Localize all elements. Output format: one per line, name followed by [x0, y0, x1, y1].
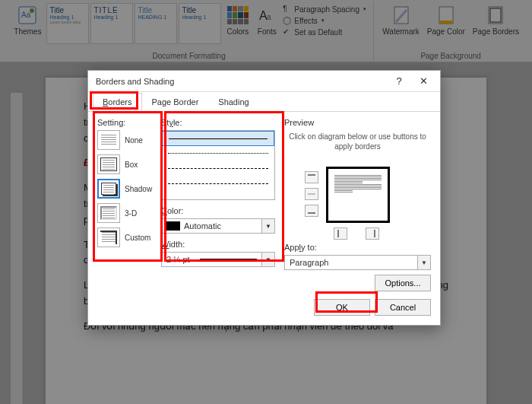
chevron-down-icon[interactable]: ▼ — [261, 253, 274, 266]
setting-none[interactable]: None — [97, 130, 157, 150]
preview-diagram — [297, 156, 419, 238]
border-hmid-button[interactable] — [305, 188, 318, 200]
help-button[interactable]: ? — [387, 72, 411, 91]
cancel-button[interactable]: Cancel — [375, 299, 431, 316]
style-option[interactable] — [162, 131, 274, 146]
preview-column: Preview Click on diagram below or use bu… — [280, 118, 431, 291]
setting-none-label: None — [125, 136, 143, 145]
setting-column: Setting: None Box Shadow 3-D — [97, 118, 157, 291]
border-bottom-button[interactable] — [305, 205, 318, 217]
width-label: Width: — [161, 240, 275, 249]
setting-shadow-icon — [97, 179, 120, 199]
style-listbox[interactable] — [161, 130, 275, 200]
tab-shading[interactable]: Shading — [208, 93, 258, 112]
border-left-button[interactable] — [334, 227, 347, 240]
color-combo[interactable]: Automatic ▼ — [161, 218, 275, 234]
width-combo[interactable]: 2 ¼ pt ▼ — [161, 252, 275, 267]
style-option[interactable] — [162, 146, 274, 161]
ok-button[interactable]: OK — [314, 299, 370, 316]
apply-to-label: Apply to: — [284, 243, 431, 252]
color-label: Color: — [161, 206, 275, 215]
setting-shadow-label: Shadow — [125, 185, 152, 193]
style-option[interactable] — [162, 161, 274, 177]
preview-sample[interactable] — [326, 167, 390, 223]
preview-label: Preview — [284, 118, 431, 127]
setting-box-icon — [97, 154, 120, 174]
tab-borders-rest: orders — [108, 97, 131, 107]
border-top-button[interactable] — [305, 171, 318, 183]
style-label: Style: — [161, 118, 275, 127]
borders-shading-dialog: Borders and Shading ? ✕ Borders Page Bor… — [87, 70, 441, 326]
apply-to-combo[interactable]: Paragraph ▼ — [284, 255, 431, 270]
dialog-footer: OK Cancel — [88, 294, 440, 325]
close-button[interactable]: ✕ — [411, 72, 435, 91]
tab-borders[interactable]: Borders — [93, 93, 142, 112]
dialog-tabs: Borders Page Border Shading — [88, 92, 440, 112]
setting-none-icon — [97, 130, 120, 150]
dialog-titlebar[interactable]: Borders and Shading ? ✕ — [88, 71, 440, 92]
setting-custom-label: Custom — [125, 234, 150, 242]
style-column: Style: Color: Automatic ▼ Width: 2 ¼ pt … — [161, 118, 275, 291]
preview-hint: Click on diagram below or use buttons to… — [284, 132, 431, 151]
setting-box[interactable]: Box — [97, 154, 157, 174]
dialog-title: Borders and Shading — [96, 77, 387, 86]
width-sample-line — [200, 259, 257, 261]
setting-label: Setting: — [97, 118, 157, 127]
style-option[interactable] — [162, 177, 274, 192]
setting-custom[interactable]: Custom — [97, 227, 157, 247]
setting-box-label: Box — [125, 161, 138, 169]
options-button[interactable]: Options... — [375, 275, 431, 291]
tab-page-border[interactable]: Page Border — [142, 93, 209, 112]
setting-custom-icon — [97, 227, 120, 247]
color-swatch — [166, 221, 180, 231]
setting-shadow[interactable]: Shadow — [97, 179, 157, 199]
setting-3d-label: 3-D — [125, 209, 137, 218]
border-right-button[interactable] — [366, 227, 379, 240]
setting-3d-icon — [97, 203, 120, 223]
setting-3d[interactable]: 3-D — [97, 203, 157, 223]
chevron-down-icon[interactable]: ▼ — [261, 219, 274, 233]
chevron-down-icon[interactable]: ▼ — [417, 256, 430, 269]
